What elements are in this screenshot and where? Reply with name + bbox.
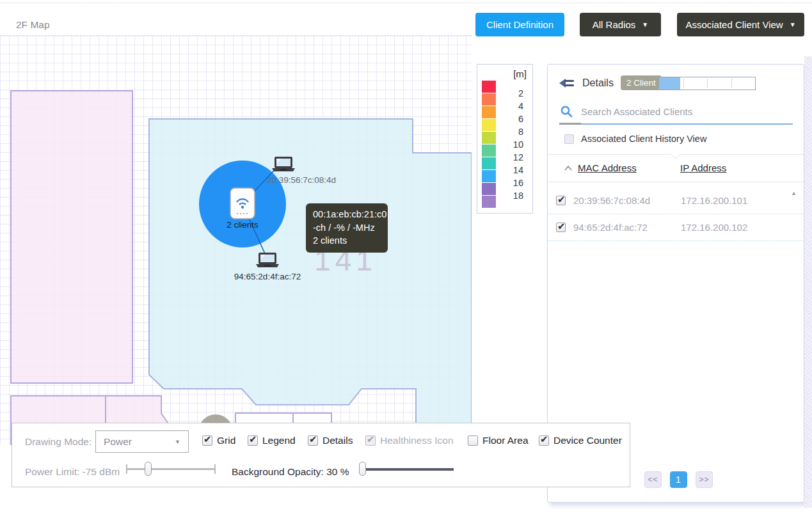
client-laptop-2[interactable] [256, 253, 279, 267]
client-definition-label: Client Definition [486, 19, 553, 30]
floor-map[interactable]: 141 [0, 35, 472, 444]
drawing-mode-label: Drawing Mode: [25, 436, 92, 448]
search-input[interactable] [581, 106, 773, 117]
history-view-checkbox[interactable] [564, 134, 574, 144]
all-radios-dropdown[interactable]: All Radios ▼ [580, 13, 661, 36]
pagination-next-button[interactable]: >> [696, 471, 713, 488]
back-arrow-icon [559, 77, 575, 89]
slider-track[interactable] [126, 468, 216, 470]
column-header-ip[interactable]: IP Address [680, 162, 726, 173]
power-limit-thumb[interactable] [145, 462, 152, 476]
legend-swatch [482, 145, 496, 157]
search-icon [561, 106, 573, 118]
history-view-toggle[interactable]: Associated Client History View [564, 134, 706, 144]
legend-color-scale [482, 81, 496, 208]
room-pink-left [11, 91, 132, 383]
background-opacity-slider[interactable] [359, 462, 454, 476]
ap-tooltip-mac: 00:1a:eb:cb:21:c0 [313, 208, 381, 221]
client-row-ip: 172.16.200.101 [681, 195, 747, 206]
legend-tick: 4 [498, 100, 523, 113]
device-counter-checkbox[interactable] [539, 436, 549, 446]
pagination-prev-button[interactable]: << [644, 471, 662, 488]
pagination-page-1[interactable]: 1 [670, 471, 687, 488]
legend-swatch [482, 93, 496, 106]
power-limit-label: Power Limit: -75 dBm [25, 466, 120, 478]
access-point-icon[interactable] [230, 188, 255, 219]
grid-checkbox[interactable] [202, 436, 212, 446]
slider-tick [214, 464, 216, 474]
all-radios-label: All Radios [593, 19, 636, 30]
legend-swatch [482, 196, 496, 208]
floor-area-label: Floor Area [482, 435, 529, 446]
client-definition-button[interactable]: Client Definition [475, 13, 564, 36]
legend-tick: 16 [498, 177, 523, 189]
background-opacity-label: Background Opacity: 30 % [232, 466, 349, 478]
details-label: Details [322, 435, 353, 446]
client-row-ip: 172.16.200.102 [681, 222, 747, 233]
legend-tick: 8 [498, 125, 523, 138]
legend-tick: 12 [498, 151, 523, 164]
device-counter-label: Device Counter [553, 435, 622, 446]
legend-tick-labels: 2 4 6 8 10 12 14 16 18 [498, 81, 523, 202]
legend-label: Legend [262, 435, 296, 446]
drawing-mode-value: Power [104, 436, 132, 448]
legend-unit-label: [m] [513, 68, 527, 79]
details-toggle[interactable]: Details [308, 435, 353, 446]
search-field[interactable] [559, 103, 793, 125]
details-checkbox[interactable] [308, 436, 318, 446]
table-header: MAC Address IP Address [564, 162, 726, 173]
column-header-mac[interactable]: MAC Address [578, 162, 680, 173]
details-label: Details [582, 77, 614, 89]
legend-swatch [482, 157, 496, 169]
pagination: << 1 >> [644, 471, 713, 488]
chevron-down-icon: ▼ [175, 439, 180, 445]
device-counter-toggle[interactable]: Device Counter [539, 435, 622, 446]
associated-client-view-dropdown[interactable]: Associated Client View ▼ [677, 13, 804, 36]
slider-track[interactable] [359, 468, 454, 471]
page-top-divider [0, 3, 812, 3]
associated-client-view-label: Associated Client View [685, 19, 783, 30]
legend-tick: 2 [498, 87, 523, 100]
history-view-label: Associated Client History View [581, 134, 706, 144]
client-laptop-1[interactable] [272, 157, 295, 171]
background-opacity-thumb[interactable] [359, 462, 366, 476]
client-row-mac: 20:39:56:7c:08:4d [573, 195, 681, 206]
healthiness-icon-toggle: Healthiness Icon [365, 435, 454, 446]
details-back-button[interactable]: Details 2 Client [559, 75, 662, 90]
client-row-1[interactable]: 20:39:56:7c:08:4d 172.16.200.101 [548, 187, 804, 214]
floor-area-toggle[interactable]: Floor Area [468, 435, 529, 446]
legend-checkbox[interactable] [248, 436, 258, 446]
drawing-mode-select[interactable]: Power ▼ [95, 430, 189, 453]
legend-swatch [482, 170, 496, 182]
power-limit-slider[interactable] [126, 462, 216, 476]
panel-divider [548, 154, 804, 155]
ap-client-count-label: 2 clients [227, 220, 259, 230]
client-row-checkbox[interactable] [556, 196, 566, 205]
legend-toggle[interactable]: Legend [248, 435, 296, 446]
legend-tick: 14 [498, 164, 523, 177]
client-row-mac: 94:65:2d:4f:ac:72 [573, 222, 681, 233]
legend-swatch [482, 132, 496, 144]
distance-legend: [m] 2 4 6 8 10 12 14 16 18 [477, 64, 533, 214]
legend-swatch [482, 81, 496, 93]
legend-swatch [482, 106, 496, 118]
page-edge-texture [804, 56, 812, 508]
grid-label: Grid [217, 435, 235, 446]
healthiness-label: Healthiness Icon [380, 435, 454, 446]
legend-swatch [482, 119, 496, 131]
client-row-checkbox[interactable] [556, 223, 566, 232]
legend-tick: 10 [498, 138, 523, 151]
legend-tick: 6 [498, 113, 523, 125]
client-mac-label-1: 20:39:56:7c:08:4d [267, 175, 336, 185]
map-options-toolbar: Drawing Mode: Power ▼ Grid Legend Detail… [12, 423, 630, 487]
healthiness-checkbox [365, 436, 376, 446]
panel-divider [548, 182, 804, 182]
sort-asc-icon[interactable] [564, 166, 572, 171]
ap-tooltip: 00:1a:eb:cb:21:c0 -ch / -% / -MHz 2 clie… [306, 203, 388, 253]
scroll-up-icon[interactable]: ▲ [791, 190, 797, 196]
grid-toggle[interactable]: Grid [202, 435, 235, 446]
client-row-2[interactable]: 94:65:2d:4f:ac:72 172.16.200.102 [548, 214, 804, 241]
client-count-badge: 2 Client [621, 75, 662, 90]
chevron-down-icon: ▼ [642, 21, 648, 28]
floor-area-checkbox[interactable] [468, 436, 478, 446]
